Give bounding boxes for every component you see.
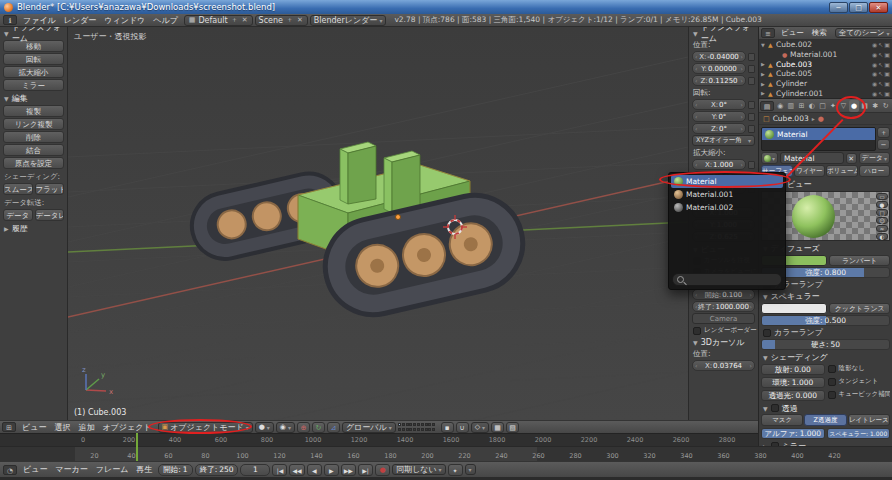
lock-icon[interactable] bbox=[748, 53, 755, 61]
specular-shader-dropdown[interactable]: クックトランス bbox=[829, 303, 890, 314]
outliner-editor-icon[interactable]: ≡ bbox=[761, 28, 775, 38]
tab-particles[interactable]: ✱ bbox=[870, 100, 881, 112]
info-editor-icon[interactable]: ℹ bbox=[3, 15, 17, 25]
layer-dot[interactable] bbox=[402, 423, 405, 426]
volume-button[interactable]: ボリューム bbox=[826, 165, 858, 177]
minimize-button[interactable]: − bbox=[829, 2, 848, 13]
play-reverse-button[interactable]: ◀ bbox=[307, 464, 322, 476]
layer-dot[interactable] bbox=[432, 428, 435, 431]
panel-header-transform[interactable]: ▼ トランスフォーム bbox=[0, 27, 67, 39]
jump-to-start-button[interactable]: |◀ bbox=[272, 464, 287, 476]
viewport-shading-dropdown[interactable]: ● ▾ bbox=[255, 422, 274, 433]
material-slot[interactable]: Material bbox=[762, 128, 875, 140]
render-engine-dropdown[interactable]: Blenderレンダー ▾ bbox=[310, 15, 387, 26]
menu-item[interactable]: 検索 bbox=[808, 28, 831, 38]
material-browser-item[interactable]: Material.002 bbox=[671, 201, 783, 214]
manipulator-rotate-button[interactable]: ↻ bbox=[312, 422, 325, 433]
checkbox-icon[interactable] bbox=[828, 391, 836, 399]
snap-element-dropdown[interactable]: ◇ ▾ bbox=[471, 422, 489, 433]
opengl-render-anim-button[interactable]: ▧ bbox=[506, 422, 519, 433]
rotate-button[interactable]: 回転 bbox=[3, 53, 64, 65]
keying-set-button[interactable]: ✦ bbox=[448, 464, 463, 476]
selectability-arrow-icon[interactable]: ↖ bbox=[878, 80, 883, 87]
tab-material[interactable]: ● bbox=[849, 100, 860, 112]
specular-ramp-toggle[interactable]: カラーランプ bbox=[759, 327, 892, 338]
next-keyframe-button[interactable]: ▶▶ bbox=[341, 464, 356, 476]
layer-dot[interactable] bbox=[432, 423, 435, 426]
alpha-slider[interactable]: アルファ: 1.000 bbox=[761, 428, 825, 439]
rotation-field[interactable]: ‹ Y:0° › bbox=[692, 111, 746, 122]
visibility-eye-icon[interactable]: ◉ bbox=[872, 70, 877, 77]
clip-end-field[interactable]: ‹ 終了:1000.000 › bbox=[692, 301, 755, 312]
viewport-3d[interactable]: ユーザー・透視投影 x y z (1) Cube.003 bbox=[68, 27, 688, 420]
add-slot-button[interactable]: ＋ bbox=[877, 127, 890, 138]
menu-item[interactable]: ウィンドウ bbox=[100, 15, 149, 26]
tab-modifiers[interactable]: ✦ bbox=[828, 100, 839, 112]
outliner-row[interactable]: ▶ ▲ Cube.005 ◉ ↖ ▣ bbox=[759, 69, 892, 79]
remove-slot-button[interactable]: − bbox=[877, 139, 890, 150]
tab-scene[interactable]: ⊞ bbox=[796, 100, 807, 112]
breadcrumb-object[interactable]: Cube.003 bbox=[773, 114, 809, 123]
preview-type-button[interactable]: ≈ bbox=[876, 225, 888, 232]
scale-field[interactable]: ‹ X:1.000 › bbox=[692, 159, 746, 170]
screen-layout-selector[interactable]: ▦ Default ＋ ✕ bbox=[184, 15, 253, 26]
checkbox-icon[interactable] bbox=[771, 404, 779, 412]
timeline-ruler-coarse[interactable]: 0200400600800100012001400160018002000220… bbox=[0, 433, 758, 446]
panel-header-3d-cursor[interactable]: ▼ 3Dカーソル bbox=[689, 336, 758, 348]
flat-button[interactable]: フラット bbox=[35, 183, 65, 195]
menu-item[interactable]: ビュー bbox=[18, 422, 50, 433]
lock-icon[interactable]: ▪ bbox=[441, 422, 454, 433]
prev-keyframe-button[interactable]: ◀◀ bbox=[289, 464, 304, 476]
layer-dot[interactable] bbox=[398, 428, 401, 431]
visibility-eye-icon[interactable]: ◉ bbox=[872, 61, 877, 68]
object-name[interactable]: Cube.005 bbox=[776, 69, 871, 78]
expand-arrow-icon[interactable]: ▶ bbox=[761, 61, 768, 67]
outliner-row[interactable]: ▼ ▲ Cube.002 ◉ ↖ ▣ bbox=[759, 40, 892, 50]
tab-render-layers[interactable]: ▥ bbox=[786, 100, 797, 112]
opengl-render-button[interactable]: ▦ bbox=[491, 422, 504, 433]
tab-world[interactable]: ◐ bbox=[807, 100, 818, 112]
increment-arrow-icon[interactable]: › bbox=[750, 291, 752, 298]
jump-to-end-button[interactable]: ▶| bbox=[358, 464, 373, 476]
keying-set-dropdown[interactable]: ▾ bbox=[465, 464, 476, 475]
layer-dot[interactable] bbox=[421, 428, 424, 431]
panel-header-specular[interactable]: ▼ スペキュラー bbox=[759, 290, 892, 302]
duplicate-button[interactable]: 複製 bbox=[3, 105, 64, 117]
cubic-interpolation-toggle[interactable]: キュービック補間 bbox=[827, 389, 891, 400]
sync-mode-dropdown[interactable]: 同期しない ▾ bbox=[392, 464, 446, 475]
layer-dot[interactable] bbox=[409, 423, 412, 426]
selectability-arrow-icon[interactable]: ↖ bbox=[878, 61, 883, 68]
rotation-mode-dropdown[interactable]: XYZオイラー角 ▾ bbox=[692, 135, 755, 146]
render-border-toggle[interactable]: レンダーボーダー bbox=[689, 325, 758, 336]
material-name-field[interactable]: Material bbox=[780, 152, 844, 164]
panel-header-edit[interactable]: ▼ 編集 bbox=[0, 92, 67, 104]
object-name[interactable]: Material.001 bbox=[790, 50, 871, 59]
menu-item[interactable]: レンダー bbox=[60, 15, 101, 26]
material-browser-item[interactable]: Material.001 bbox=[671, 188, 783, 201]
ambient-field[interactable]: 環境: 1.000 bbox=[761, 377, 825, 388]
lock-icon[interactable] bbox=[748, 125, 755, 133]
ztransparency-button[interactable]: Z透過度 bbox=[804, 414, 846, 426]
menu-item[interactable]: 再生 bbox=[132, 464, 156, 475]
selectability-arrow-icon[interactable]: ↖ bbox=[878, 51, 883, 58]
delete-screen-button[interactable]: ✕ bbox=[241, 16, 249, 24]
panel-header-transparency[interactable]: ▼ 透過 bbox=[759, 402, 892, 414]
layer-dot[interactable] bbox=[428, 428, 431, 431]
increment-arrow-icon[interactable]: › bbox=[741, 53, 743, 60]
menu-item[interactable]: 選択 bbox=[50, 422, 74, 433]
diffuse-shader-dropdown[interactable]: ランバート bbox=[829, 255, 890, 266]
menu-item[interactable]: ファイル bbox=[19, 15, 60, 26]
snap-magnet-toggle[interactable]: ∪ bbox=[456, 422, 469, 433]
layer-dot[interactable] bbox=[417, 428, 420, 431]
wire-button[interactable]: ワイヤー bbox=[794, 165, 826, 177]
halo-button[interactable]: ハロー bbox=[859, 165, 891, 177]
layer-dot[interactable] bbox=[406, 428, 409, 431]
set-origin-button[interactable]: 原点を設定 bbox=[3, 157, 64, 169]
layer-dot[interactable] bbox=[409, 428, 412, 431]
location-field[interactable]: ‹ Z:0.11250 › bbox=[692, 75, 746, 86]
layer-dot[interactable] bbox=[417, 423, 420, 426]
tab-render[interactable]: ◉ bbox=[775, 100, 786, 112]
object-name[interactable]: Cube.003 bbox=[776, 60, 871, 69]
location-field[interactable]: ‹ Y:0.00000 › bbox=[692, 63, 746, 74]
selectability-arrow-icon[interactable]: ↖ bbox=[878, 70, 883, 77]
